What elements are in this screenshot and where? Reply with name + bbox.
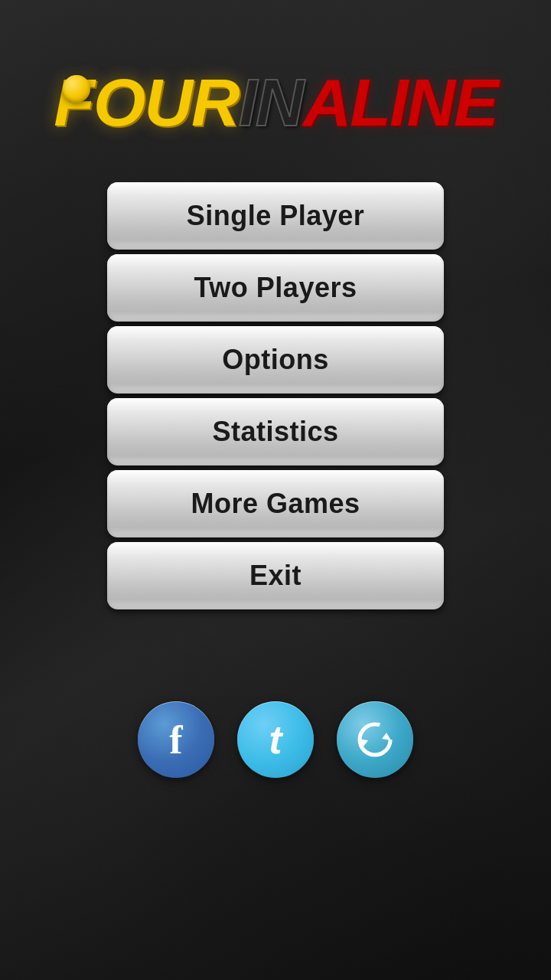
svg-marker-1: [382, 733, 391, 740]
logo-line: LINE: [350, 69, 497, 136]
aptoide-button[interactable]: [337, 701, 413, 778]
exit-button[interactable]: Exit: [107, 542, 444, 609]
svg-point-0: [360, 724, 390, 755]
single-player-button[interactable]: Single Player: [107, 182, 444, 250]
app-logo: FOUR IN A LINE: [54, 69, 497, 136]
twitter-button[interactable]: t: [237, 701, 314, 778]
aptoide-icon: [354, 719, 396, 760]
logo-a: A: [303, 69, 350, 136]
social-links: f t: [138, 701, 413, 778]
facebook-button[interactable]: f: [138, 701, 214, 778]
logo-in: IN: [239, 69, 303, 136]
options-button[interactable]: Options: [107, 326, 444, 394]
more-games-button[interactable]: More Games: [107, 470, 444, 537]
logo-four: FOUR: [54, 69, 238, 136]
main-menu: Single Player Two Players Options Statis…: [107, 182, 444, 609]
statistics-button[interactable]: Statistics: [107, 398, 444, 466]
two-players-button[interactable]: Two Players: [107, 254, 444, 322]
